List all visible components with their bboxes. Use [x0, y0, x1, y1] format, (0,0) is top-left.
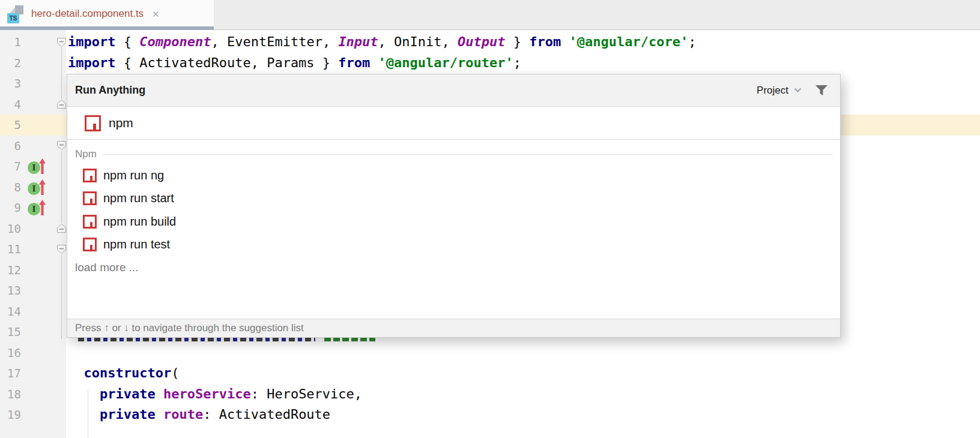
- fold-marker-down[interactable]: [56, 37, 67, 47]
- input-letter-icon: I: [28, 182, 40, 195]
- code-token: [370, 55, 378, 70]
- suggestion-item-2[interactable]: npm run build: [67, 210, 840, 233]
- gutter-row-16: 16: [0, 343, 66, 364]
- code-line-2[interactable]: import { ActivatedRoute, Params } from '…: [66, 53, 980, 74]
- gutter-row-14: 14: [0, 301, 66, 322]
- suggestion-label: npm run build: [103, 215, 176, 229]
- fold-marker-down[interactable]: [56, 140, 67, 151]
- code-token: Input: [338, 34, 378, 49]
- section-label: Npm: [75, 148, 97, 160]
- line-number: 8: [0, 177, 24, 198]
- line-number: 1: [0, 32, 24, 53]
- run-anything-header: Run Anything Project: [67, 74, 840, 107]
- line-number: 15: [0, 322, 24, 343]
- section-rule: [103, 154, 833, 155]
- code-token: , OnInit,: [378, 34, 458, 49]
- line-number: 6: [0, 136, 24, 157]
- line-number: 4: [0, 94, 24, 115]
- code-line-17[interactable]: constructor(: [66, 363, 980, 384]
- tab-title: hero-detail.component.ts: [31, 8, 144, 20]
- chevron-down-icon: [794, 88, 802, 93]
- code-token: [68, 407, 100, 422]
- code-token: ;: [688, 34, 696, 49]
- clipped-code-fragment: [78, 338, 315, 341]
- npm-icon: [83, 238, 97, 251]
- npm-icon: [83, 191, 97, 205]
- line-number: 18: [0, 384, 24, 405]
- code-token: '@angular/router': [378, 55, 513, 70]
- suggestion-item-3[interactable]: npm run test: [67, 233, 840, 257]
- code-token: (: [171, 365, 179, 380]
- npm-section-header: Npm: [67, 140, 840, 164]
- suggestion-label: npm run test: [103, 238, 170, 251]
- line-number: 16: [0, 343, 24, 364]
- editor-tab-bar: TS hero-detail.component.ts ✕: [0, 0, 980, 30]
- load-more-item[interactable]: load more ...: [67, 256, 840, 279]
- line-number: 19: [0, 404, 24, 425]
- code-line-1[interactable]: import { Component, EventEmitter, Input,…: [66, 32, 980, 53]
- input-property-gutter-icon[interactable]: I: [28, 199, 52, 217]
- line-number: 2: [0, 53, 24, 74]
- code-token: Output: [458, 34, 505, 49]
- line-number: 5: [0, 115, 24, 136]
- gutter-row-15: 15: [0, 322, 66, 343]
- tab-hero-detail-component[interactable]: TS hero-detail.component.ts ✕: [0, 0, 214, 30]
- line-number: 17: [0, 363, 24, 384]
- line-number: 9: [0, 197, 24, 218]
- line-number: 10: [0, 218, 24, 239]
- input-letter-icon: I: [28, 161, 40, 174]
- line-number: 7: [0, 156, 24, 177]
- gutter-row-19: 19: [0, 404, 66, 425]
- line-number: 14: [0, 301, 24, 322]
- code-token: , EventEmitter,: [211, 34, 338, 49]
- code-line-19[interactable]: private route: ActivatedRoute: [66, 404, 980, 425]
- filter-icon[interactable]: [815, 85, 828, 96]
- code-token: import: [68, 34, 115, 49]
- code-token: [156, 386, 163, 401]
- gutter-row-7: 7I: [0, 156, 66, 177]
- clipped-code-fragment: [324, 338, 375, 341]
- code-line-18[interactable]: private heroService: HeroService,: [66, 384, 980, 405]
- gutter-row-9: 9I: [0, 197, 66, 218]
- fold-region-line: [61, 47, 62, 99]
- close-icon[interactable]: ✕: [152, 10, 160, 19]
- scope-selector[interactable]: Project: [757, 85, 802, 97]
- popup-footer-hint: Press ↑ or ↓ to navigate through the sug…: [67, 319, 840, 337]
- gutter-row-5: 5: [0, 115, 66, 136]
- code-token: from: [338, 55, 370, 70]
- gutter-row-2: 2: [0, 53, 66, 74]
- code-token: }: [506, 34, 530, 49]
- suggestion-item-0[interactable]: npm run ng: [67, 164, 840, 187]
- suggestion-label: npm run start: [103, 191, 174, 205]
- code-token: [68, 386, 100, 401]
- scope-label: Project: [757, 85, 788, 97]
- gutter-row-17: 17: [0, 363, 66, 384]
- code-token: ;: [513, 55, 521, 70]
- input-property-gutter-icon[interactable]: I: [28, 178, 52, 197]
- code-token: private: [100, 386, 156, 401]
- gutter-row-3: 3: [0, 73, 66, 94]
- line-number: 11: [0, 239, 24, 260]
- ts-badge: TS: [7, 13, 19, 23]
- fold-marker-up[interactable]: [56, 223, 67, 233]
- fold-region-line: [61, 254, 62, 339]
- code-token: [561, 34, 569, 49]
- code-token: [156, 407, 163, 422]
- code-token: private: [100, 407, 156, 422]
- line-number: 13: [0, 280, 24, 301]
- fold-marker-up[interactable]: [56, 99, 67, 109]
- suggestion-item-1[interactable]: npm run start: [67, 187, 840, 211]
- search-query: npm: [109, 116, 133, 130]
- npm-icon: [85, 115, 101, 131]
- gutter-row-8: 8I: [0, 177, 66, 198]
- npm-icon: [83, 169, 97, 182]
- code-token: [68, 365, 84, 380]
- code-line-16[interactable]: [66, 343, 980, 364]
- input-property-gutter-icon[interactable]: I: [28, 157, 52, 176]
- gutter-row-13: 13: [0, 280, 66, 301]
- npm-icon: [83, 215, 97, 229]
- fold-marker-down[interactable]: [56, 244, 67, 254]
- run-anything-input[interactable]: npm: [67, 107, 840, 140]
- code-token: : ActivatedRoute: [203, 407, 330, 422]
- code-token: import: [68, 55, 115, 70]
